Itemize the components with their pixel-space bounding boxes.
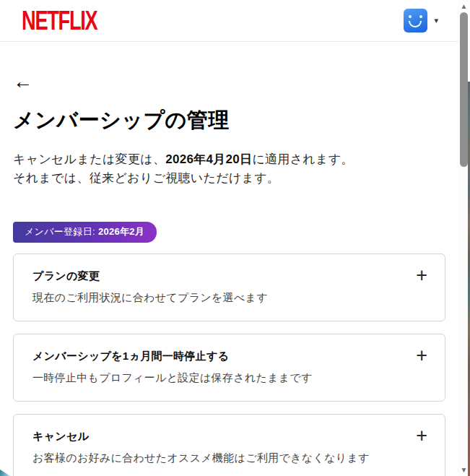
membership-options-list: プランの変更 現在のご利用状況に合わせてプランを選べます + メンバーシップを1… bbox=[13, 254, 445, 476]
scroll-up-arrow-icon[interactable]: ▲ bbox=[458, 1, 470, 12]
chevron-down-icon[interactable]: ▾ bbox=[434, 17, 438, 25]
card-subtitle: 一時停止中もプロフィールと設定は保存されたままです bbox=[32, 371, 426, 385]
intro-part1: キャンセルまたは変更は、 bbox=[13, 152, 165, 166]
card-subtitle: お客様のお好みに合わせたオススメ機能はご利用できなくなります bbox=[32, 451, 426, 465]
membership-management-page: ← メンバーシップの管理 キャンセルまたは変更は、2026年4月20日に適用され… bbox=[0, 42, 470, 476]
plus-icon[interactable]: + bbox=[416, 266, 427, 285]
member-since-badge: メンバー登録日: 2026年2月 bbox=[13, 222, 157, 243]
profile-menu[interactable]: ▾ bbox=[404, 9, 438, 33]
back-arrow-icon[interactable]: ← bbox=[13, 72, 32, 92]
profile-avatar[interactable] bbox=[404, 9, 427, 33]
change-plan-card[interactable]: プランの変更 現在のご利用状況に合わせてプランを選べます + bbox=[13, 254, 445, 321]
netflix-logo[interactable]: NETFLIX bbox=[22, 5, 97, 35]
card-subtitle: 現在のご利用状況に合わせてプランを選べます bbox=[32, 291, 426, 305]
vertical-scrollbar[interactable]: ▲ ▼ bbox=[458, 0, 470, 476]
card-title: キャンセル bbox=[32, 430, 426, 443]
intro-part3: それまでは、従来どおりご視聴いただけます。 bbox=[13, 171, 279, 185]
scrollbar-thumb[interactable] bbox=[460, 12, 468, 167]
intro-part2: に適用されます。 bbox=[252, 152, 353, 166]
effective-date: 2026年4月20日 bbox=[165, 152, 252, 166]
card-title: メンバーシップを1ヵ月間一時停止する bbox=[32, 350, 426, 363]
effective-date-text: キャンセルまたは変更は、2026年4月20日に適用されます。それまでは、従来どお… bbox=[13, 150, 445, 188]
cancel-membership-card[interactable]: キャンセル お客様のお好みに合わせたオススメ機能はご利用できなくなります + bbox=[13, 414, 445, 476]
plus-icon[interactable]: + bbox=[416, 426, 427, 446]
avatar-eye-icon bbox=[409, 15, 412, 18]
avatar-smile-icon bbox=[409, 21, 422, 27]
pause-membership-card[interactable]: メンバーシップを1ヵ月間一時停止する 一時停止中もプロフィールと設定は保存された… bbox=[13, 334, 445, 402]
card-title: プランの変更 bbox=[32, 269, 426, 283]
top-navbar: NETFLIX ▾ bbox=[0, 0, 470, 42]
avatar-eye-icon bbox=[419, 15, 422, 18]
plus-icon[interactable]: + bbox=[416, 346, 427, 365]
page-title: メンバーシップの管理 bbox=[13, 106, 445, 135]
member-since-label: メンバー登録日: bbox=[25, 225, 95, 238]
member-since-value: 2026年2月 bbox=[98, 225, 144, 238]
